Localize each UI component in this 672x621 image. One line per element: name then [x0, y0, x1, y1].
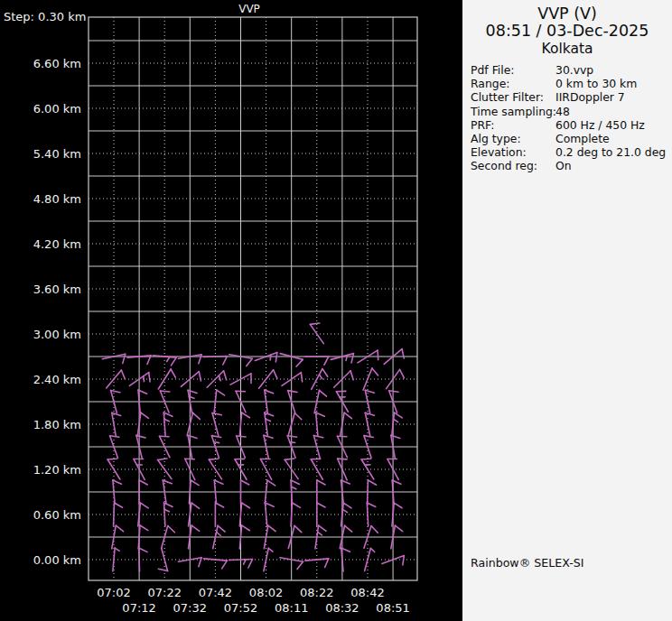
x-axis-label: 07:12 [122, 601, 155, 615]
y-axis-label: 0.00 km [33, 553, 81, 567]
info-key: Elevation: [471, 145, 555, 159]
y-axis-label: 4.80 km [33, 192, 81, 206]
info-value: On [555, 159, 672, 172]
info-value: 30.vvp [555, 63, 672, 77]
info-panel: VVP (V) 08:51 / 03-Dec-2025 Kolkata Pdf … [462, 0, 672, 621]
x-axis-label: 07:42 [199, 586, 232, 599]
x-axis-label: 07:02 [97, 586, 130, 599]
info-key: Second reg: [471, 159, 555, 172]
x-axis-label: 07:32 [173, 601, 207, 615]
info-key: Time sampling: [471, 105, 555, 118]
x-axis-label: 08:42 [350, 586, 384, 599]
chart-title: VVP [238, 3, 260, 15]
info-value: 48 [555, 105, 672, 118]
y-axis-label: 1.20 km [33, 463, 81, 477]
x-axis-label: 07:22 [147, 586, 181, 599]
vvp-window: VVPStep: 0.30 km6.60 km6.00 km5.40 km4.8… [0, 0, 672, 621]
y-axis-label: 4.20 km [33, 237, 81, 251]
info-value: IIRDoppler 7 [555, 90, 672, 104]
info-row-range: Range: 0 km to 30 km [471, 77, 672, 90]
info-key: Alg type: [471, 132, 555, 145]
panel-datetime: 08:51 / 03-Dec-2025 [462, 23, 672, 40]
brand-text: Rainbow® SELEX-SI [471, 556, 583, 570]
info-row-pdf-file: Pdf File: 30.vvp [471, 63, 672, 77]
y-axis-label: 6.60 km [33, 57, 81, 70]
step-label: Step: 0.30 km [4, 10, 86, 23]
info-row-prf: PRF: 600 Hz / 450 Hz [471, 118, 672, 132]
y-axis-label: 0.60 km [33, 508, 81, 522]
info-row-second-reg: Second reg: On [471, 159, 672, 172]
info-row-clutter-filter: Clutter Filter: IIRDoppler 7 [471, 90, 672, 104]
info-value: 0.2 deg to 21.0 deg [555, 145, 672, 159]
info-key: Clutter Filter: [471, 90, 555, 104]
info-key: PRF: [471, 118, 555, 132]
info-row-elevation: Elevation: 0.2 deg to 21.0 deg [471, 145, 672, 159]
y-axis-label: 3.00 km [33, 328, 81, 341]
info-value: Complete [555, 132, 672, 145]
x-axis-label: 08:32 [325, 601, 359, 615]
info-key: Range: [471, 77, 555, 90]
info-row-time-sampling: Time sampling: 48 [471, 105, 672, 118]
y-axis-label: 3.60 km [33, 283, 81, 296]
y-axis-label: 6.00 km [33, 102, 81, 116]
y-axis-label: 1.80 km [33, 418, 81, 431]
x-axis-label: 08:22 [300, 586, 333, 599]
panel-title: VVP (V) [462, 5, 672, 23]
x-axis-label: 07:52 [224, 601, 257, 615]
info-key: Pdf File: [471, 63, 555, 77]
wind-profile-chart: VVPStep: 0.30 km6.60 km6.00 km5.40 km4.8… [0, 0, 462, 621]
x-axis-label: 08:02 [249, 586, 283, 599]
scan-info-list: Pdf File: 30.vvp Range: 0 km to 30 km Cl… [471, 63, 672, 173]
x-axis-label: 08:51 [376, 601, 409, 615]
info-row-alg-type: Alg type: Complete [471, 132, 672, 145]
info-value: 600 Hz / 450 Hz [555, 118, 672, 132]
x-axis-label: 08:11 [275, 601, 308, 615]
info-value: 0 km to 30 km [555, 77, 672, 90]
y-axis-label: 2.40 km [33, 373, 81, 386]
panel-station: Kolkata [462, 41, 672, 57]
y-axis-label: 5.40 km [33, 147, 81, 161]
